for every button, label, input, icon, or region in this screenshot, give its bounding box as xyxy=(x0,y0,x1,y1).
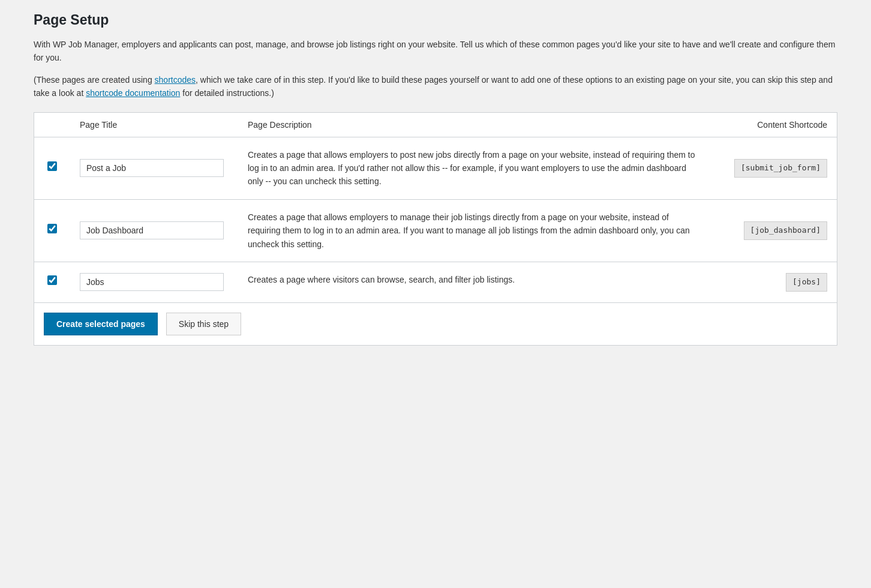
note-text: (These pages are created using shortcode… xyxy=(34,73,837,100)
page-description-cell: Creates a page that allows employers to … xyxy=(238,199,705,262)
page-description-cell: Creates a page that allows employers to … xyxy=(238,137,705,199)
intro-text: With WP Job Manager, employers and appli… xyxy=(34,38,837,65)
table-body: Creates a page that allows employers to … xyxy=(34,137,837,345)
checkbox-cell xyxy=(34,262,70,302)
note-before: (These pages are created using xyxy=(34,75,155,85)
col-page-description: Page Description xyxy=(238,113,705,137)
row-1-title-input[interactable] xyxy=(80,221,224,239)
note-after: for detailed instructions.) xyxy=(180,88,274,98)
col-content-shortcode: Content Shortcode xyxy=(705,113,837,137)
table-row: Creates a page that allows employers to … xyxy=(34,199,837,262)
row-2-shortcode-badge: [jobs] xyxy=(786,273,827,292)
footer-cell: Create selected pagesSkip this step xyxy=(34,302,837,345)
row-0-checkbox[interactable] xyxy=(47,161,57,171)
pages-table: Page Title Page Description Content Shor… xyxy=(34,113,837,345)
checkbox-cell xyxy=(34,199,70,262)
row-0-title-input[interactable] xyxy=(80,159,224,177)
footer-buttons: Create selected pagesSkip this step xyxy=(44,313,827,335)
skip-step-button[interactable]: Skip this step xyxy=(166,313,241,335)
col-check xyxy=(34,113,70,137)
page-title-cell xyxy=(70,199,238,262)
row-2-checkbox[interactable] xyxy=(47,275,57,285)
row-1-shortcode-badge: [job_dashboard] xyxy=(744,221,827,240)
footer-row: Create selected pagesSkip this step xyxy=(34,302,837,345)
create-selected-pages-button[interactable]: Create selected pages xyxy=(44,313,158,335)
table-row: Creates a page where visitors can browse… xyxy=(34,262,837,302)
shortcode-cell: [job_dashboard] xyxy=(705,199,837,262)
shortcodes-link[interactable]: shortcodes xyxy=(155,75,196,85)
page-container: Page Setup With WP Job Manager, employer… xyxy=(34,12,837,346)
row-1-checkbox[interactable] xyxy=(47,224,57,233)
shortcode-cell: [jobs] xyxy=(705,262,837,302)
table-header: Page Title Page Description Content Shor… xyxy=(34,113,837,137)
pages-table-wrapper: Page Title Page Description Content Shor… xyxy=(34,112,837,346)
page-title-cell xyxy=(70,262,238,302)
checkbox-cell xyxy=(34,137,70,199)
page-title: Page Setup xyxy=(34,12,837,28)
intro-text-content: With WP Job Manager, employers and appli… xyxy=(34,40,835,62)
shortcode-cell: [submit_job_form] xyxy=(705,137,837,199)
page-title-cell xyxy=(70,137,238,199)
row-0-shortcode-badge: [submit_job_form] xyxy=(734,159,827,178)
page-description-cell: Creates a page where visitors can browse… xyxy=(238,262,705,302)
shortcode-doc-link[interactable]: shortcode documentation xyxy=(86,88,180,98)
col-page-title: Page Title xyxy=(70,113,238,137)
table-row: Creates a page that allows employers to … xyxy=(34,137,837,199)
row-2-title-input[interactable] xyxy=(80,273,224,291)
